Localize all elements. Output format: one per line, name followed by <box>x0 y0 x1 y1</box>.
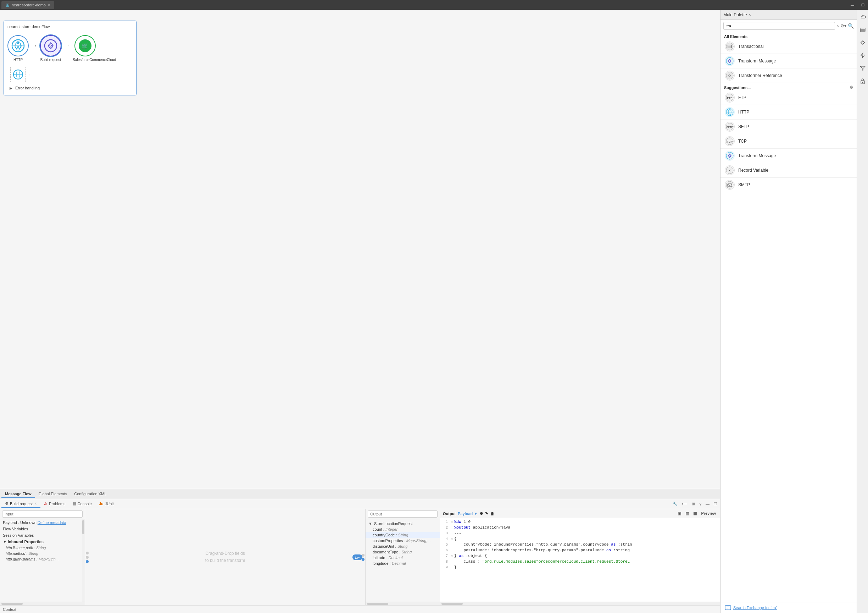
palette-item-transform-s[interactable]: Transform Message <box>721 149 857 163</box>
svg-text:✕: ✕ <box>728 169 731 172</box>
code-header-payload: Payload ▼ <box>458 512 477 516</box>
preview-btn[interactable]: Preview <box>699 511 717 517</box>
palette-item-http[interactable]: HTTP <box>721 105 857 119</box>
record-svg: ✕ <box>726 166 734 174</box>
output-item-5[interactable]: latitude : Decimal <box>366 555 440 560</box>
bp-junit-icon: Ju <box>99 501 104 506</box>
sidebar-icon-arrows[interactable] <box>859 38 867 47</box>
sidebar-icon-filter[interactable] <box>859 64 867 72</box>
code-header-delete[interactable]: 🗑 <box>490 512 494 516</box>
palette-item-ftp[interactable]: FTP FTP <box>721 90 857 105</box>
palette-item-tcp[interactable]: TCP TCP <box>721 134 857 149</box>
drag-text-line1: Drag-and-Drop fields <box>205 551 245 556</box>
grid-btn[interactable]: ⊞ <box>690 501 696 507</box>
suggestions-settings[interactable]: ⚙ <box>849 85 853 90</box>
flow-variables-item[interactable]: Flow Variables <box>0 526 82 532</box>
palette-settings-icon[interactable]: ⚙▾ <box>840 23 846 28</box>
view-single-btn[interactable]: ▣ <box>676 511 682 517</box>
view-wide-btn[interactable]: ▦ <box>692 511 698 517</box>
sf-node-circle: 🛒 <box>74 35 96 56</box>
output-item-4[interactable]: documentType : String <box>366 549 440 555</box>
input-h-scrollbar[interactable] <box>0 602 85 605</box>
inbound-props-label: ▼ <box>3 540 8 544</box>
palette-item-transformer-ref[interactable]: ⟳ Transformer Reference <box>721 68 857 83</box>
inbound-item-2[interactable]: http.query.params : Map<Strin... <box>0 556 82 562</box>
output-root-item[interactable]: ▼ StoreLocationRequest <box>366 521 440 526</box>
input-h-thumb <box>2 603 23 605</box>
input-scrollbar[interactable] <box>82 519 85 602</box>
output-item-0[interactable]: count : Integer <box>366 526 440 532</box>
palette-item-smtp[interactable]: SMTP <box>721 178 857 192</box>
tab-config-xml[interactable]: Configuration XML <box>71 490 110 498</box>
payload-item[interactable]: Payload : Unknown Define metadata <box>0 519 82 526</box>
sidebar-icon-cloud[interactable] <box>859 13 867 21</box>
line-expand-1: ⊟ <box>451 520 454 525</box>
search-exchange-link[interactable]: Search Exchange for 'tra' <box>725 605 852 610</box>
input-panel-inner: Payload : Unknown Define metadata Flow V… <box>0 519 85 602</box>
palette-search-btn[interactable]: 🔍 <box>848 23 854 29</box>
output-item-1[interactable]: countryCode : String <box>366 532 440 538</box>
flow-node-http[interactable]: ⇄ ⇄ HTTP <box>8 35 29 62</box>
error-handling-row[interactable]: ▶ Error handling <box>8 84 133 92</box>
session-variables-item[interactable]: Session Variables <box>0 532 82 539</box>
tab-global-elements[interactable]: Global Elements <box>35 490 71 498</box>
sidebar-icon-list[interactable] <box>859 26 867 34</box>
back-btn[interactable]: ⟵ <box>680 501 689 507</box>
bp-tab-junit[interactable]: Ju JUnit <box>95 500 117 508</box>
output-search-input[interactable] <box>368 511 437 518</box>
palette-item-transform[interactable]: Transform Message <box>721 54 857 68</box>
line-expand-2 <box>451 525 454 531</box>
sidebar-icon-lock[interactable] <box>859 77 867 85</box>
inbound-key-1: http.method <box>6 551 25 556</box>
help-btn[interactable]: ? <box>698 501 703 507</box>
bp-tab-build-request[interactable]: ⚙ Build request × <box>2 500 40 508</box>
sidebar-icon-bolt[interactable] <box>859 51 867 60</box>
palette-search-area: × ⚙▾ 🔍 <box>721 20 857 32</box>
output-item-type-val-3: String <box>397 544 408 548</box>
code-panel: Output Payload ▼ ⊕ ✎ 🗑 ▣ ▥ ▦ Preview <box>440 509 720 605</box>
main-tab[interactable]: ⊞ nearest-store-demo × <box>2 1 54 9</box>
input-search[interactable] <box>2 511 83 518</box>
exchange-icon <box>725 605 731 610</box>
code-line-6: 6 postalCode: inboundProperties."http.qu… <box>440 548 720 554</box>
define-metadata-link[interactable]: Define metadata <box>37 520 66 525</box>
sf-node-svg: 🛒 <box>78 39 92 53</box>
output-item-2[interactable]: customProperties : Map<String,... <box>366 538 440 543</box>
bp-tab-close[interactable]: × <box>35 501 37 506</box>
bp-tab-problems[interactable]: ⚠ Problems <box>40 500 69 508</box>
view-split-btn[interactable]: ▥ <box>684 511 690 517</box>
inbound-item-0[interactable]: http.listener.path : String <box>0 545 82 551</box>
flow-node-build[interactable]: ⟳ Build request <box>40 35 61 62</box>
flow-node-sf[interactable]: 🛒 SalesforceCommerceCloud <box>73 35 98 62</box>
output-item-type-val-0: Integer <box>386 527 397 531</box>
sftp-label: SFTP <box>738 124 749 129</box>
restore-btn[interactable]: ❐ <box>859 3 866 8</box>
bp-tab-console[interactable]: ▤ Console <box>69 500 95 508</box>
panel-restore-btn[interactable]: ❐ <box>712 501 719 507</box>
code-h-scrollbar[interactable] <box>440 602 720 605</box>
refresh-btn[interactable]: 🔧 <box>671 501 679 507</box>
output-item-type-val-6: Decimal <box>392 561 406 565</box>
tab-message-flow[interactable]: Message Flow <box>2 490 35 498</box>
tab-close[interactable]: × <box>48 3 50 7</box>
palette-search-input[interactable] <box>723 22 835 30</box>
minimize-btn[interactable]: — <box>848 3 856 8</box>
palette-search-clear[interactable]: × <box>837 23 839 28</box>
palette-area: Mule Palette × × ⚙▾ 🔍 All Elements <box>720 10 857 613</box>
palette-item-record[interactable]: ✕ Record Variable <box>721 163 857 178</box>
inbound-item-1[interactable]: http.method : String <box>0 551 82 556</box>
code-header-edit[interactable]: ✎ <box>485 511 488 516</box>
sftp-icon: SFTP <box>725 122 735 132</box>
output-item-3[interactable]: distanceUnit : String <box>366 543 440 549</box>
output-item-6[interactable]: longitude : Decimal <box>366 560 440 566</box>
inbound-props-header[interactable]: ▼ Inbound Properties <box>0 539 82 545</box>
palette-item-sftp[interactable]: SFTP SFTP <box>721 119 857 134</box>
code-header-actions: ▣ ▥ ▦ Preview <box>676 511 717 517</box>
context-label[interactable]: Context <box>3 607 16 611</box>
code-content: 1 ⊟ %dw 1.0 2 %output application/java 3 <box>440 518 720 602</box>
palette-close-btn[interactable]: × <box>749 12 751 17</box>
palette-item-transactional[interactable]: Transactional <box>721 39 857 54</box>
code-header-add[interactable]: ⊕ <box>480 511 483 516</box>
panel-minimize-btn[interactable]: — <box>704 501 711 507</box>
output-h-scrollbar[interactable] <box>366 602 440 605</box>
